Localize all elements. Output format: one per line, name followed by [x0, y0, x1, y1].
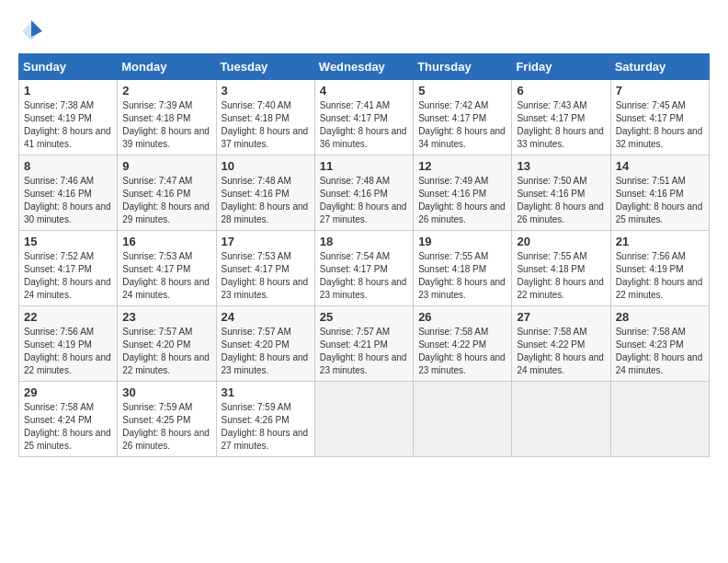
day-number: 27: [517, 310, 605, 324]
day-number: 18: [320, 235, 408, 248]
cell-info: Sunrise: 7:42 AMSunset: 4:17 PMDaylight:…: [418, 100, 506, 149]
cell-info: Sunrise: 7:48 AMSunset: 4:16 PMDaylight:…: [222, 176, 309, 224]
calendar-cell: 7Sunrise: 7:45 AMSunset: 4:17 PMDaylight…: [610, 80, 709, 155]
day-number: 8: [24, 159, 112, 173]
cell-info: Sunrise: 7:46 AMSunset: 4:16 PMDaylight:…: [24, 176, 111, 224]
day-number: 26: [418, 310, 506, 324]
day-number: 20: [517, 235, 605, 248]
calendar-cell: [512, 382, 610, 457]
calendar-cell: 8Sunrise: 7:46 AMSunset: 4:16 PMDaylight…: [19, 155, 118, 231]
calendar-cell: 13Sunrise: 7:50 AMSunset: 4:16 PMDayligh…: [512, 155, 610, 231]
calendar-cell: 2Sunrise: 7:39 AMSunset: 4:18 PMDaylight…: [118, 80, 216, 155]
header-thursday: Thursday: [414, 54, 512, 80]
day-number: 7: [616, 84, 704, 98]
day-number: 23: [122, 310, 210, 324]
cell-info: Sunrise: 7:58 AMSunset: 4:22 PMDaylight:…: [418, 327, 506, 375]
calendar-cell: 20Sunrise: 7:55 AMSunset: 4:18 PMDayligh…: [512, 231, 610, 306]
cell-info: Sunrise: 7:56 AMSunset: 4:19 PMDaylight:…: [616, 251, 703, 300]
cell-info: Sunrise: 7:55 AMSunset: 4:18 PMDaylight:…: [418, 251, 506, 300]
header-friday: Friday: [512, 54, 610, 80]
day-number: 30: [122, 385, 210, 399]
cell-info: Sunrise: 7:58 AMSunset: 4:22 PMDaylight:…: [517, 327, 604, 375]
day-number: 29: [24, 385, 112, 399]
cell-info: Sunrise: 7:38 AMSunset: 4:19 PMDaylight:…: [24, 100, 111, 149]
calendar-table: SundayMondayTuesdayWednesdayThursdayFrid…: [18, 53, 710, 457]
calendar-cell: 12Sunrise: 7:49 AMSunset: 4:16 PMDayligh…: [414, 155, 512, 231]
cell-info: Sunrise: 7:53 AMSunset: 4:17 PMDaylight:…: [222, 251, 309, 300]
calendar-week-row: 22Sunrise: 7:56 AMSunset: 4:19 PMDayligh…: [19, 306, 710, 382]
calendar-cell: 18Sunrise: 7:54 AMSunset: 4:17 PMDayligh…: [314, 231, 413, 306]
calendar-week-row: 15Sunrise: 7:52 AMSunset: 4:17 PMDayligh…: [19, 231, 710, 306]
day-number: 12: [418, 159, 506, 173]
day-number: 11: [320, 159, 408, 173]
header-saturday: Saturday: [610, 54, 709, 80]
cell-info: Sunrise: 7:57 AMSunset: 4:20 PMDaylight:…: [222, 327, 309, 375]
day-number: 25: [320, 310, 408, 324]
calendar-cell: [414, 382, 512, 457]
calendar-cell: 11Sunrise: 7:48 AMSunset: 4:16 PMDayligh…: [314, 155, 413, 231]
day-number: 3: [222, 84, 310, 98]
header-sunday: Sunday: [19, 54, 118, 80]
header-tuesday: Tuesday: [216, 54, 314, 80]
day-number: 28: [616, 310, 704, 324]
day-number: 17: [222, 235, 310, 248]
cell-info: Sunrise: 7:59 AMSunset: 4:26 PMDaylight:…: [222, 402, 309, 451]
day-number: 14: [616, 159, 704, 173]
cell-info: Sunrise: 7:55 AMSunset: 4:18 PMDaylight:…: [517, 251, 604, 300]
day-number: 16: [122, 235, 210, 248]
calendar-cell: 10Sunrise: 7:48 AMSunset: 4:16 PMDayligh…: [216, 155, 314, 231]
calendar-cell: 25Sunrise: 7:57 AMSunset: 4:21 PMDayligh…: [314, 306, 413, 382]
page-header: [18, 18, 710, 44]
calendar-cell: 30Sunrise: 7:59 AMSunset: 4:25 PMDayligh…: [118, 382, 216, 457]
day-number: 22: [24, 310, 112, 324]
day-number: 10: [222, 159, 310, 173]
calendar-cell: 27Sunrise: 7:58 AMSunset: 4:22 PMDayligh…: [512, 306, 610, 382]
day-number: 13: [517, 159, 605, 173]
calendar-cell: 21Sunrise: 7:56 AMSunset: 4:19 PMDayligh…: [610, 231, 709, 306]
calendar-week-row: 8Sunrise: 7:46 AMSunset: 4:16 PMDaylight…: [19, 155, 710, 231]
day-number: 24: [222, 310, 310, 324]
calendar-cell: 23Sunrise: 7:57 AMSunset: 4:20 PMDayligh…: [118, 306, 216, 382]
header-wednesday: Wednesday: [314, 54, 413, 80]
calendar-week-row: 29Sunrise: 7:58 AMSunset: 4:24 PMDayligh…: [19, 382, 710, 457]
day-number: 21: [616, 235, 704, 248]
calendar-cell: 28Sunrise: 7:58 AMSunset: 4:23 PMDayligh…: [610, 306, 709, 382]
calendar-cell: 26Sunrise: 7:58 AMSunset: 4:22 PMDayligh…: [414, 306, 512, 382]
cell-info: Sunrise: 7:40 AMSunset: 4:18 PMDaylight:…: [222, 100, 309, 149]
day-number: 19: [418, 235, 506, 248]
day-number: 9: [122, 159, 210, 173]
cell-info: Sunrise: 7:48 AMSunset: 4:16 PMDaylight:…: [320, 176, 407, 224]
calendar-cell: 24Sunrise: 7:57 AMSunset: 4:20 PMDayligh…: [216, 306, 314, 382]
cell-info: Sunrise: 7:53 AMSunset: 4:17 PMDaylight:…: [122, 251, 210, 300]
calendar-cell: 15Sunrise: 7:52 AMSunset: 4:17 PMDayligh…: [19, 231, 118, 306]
day-number: 4: [320, 84, 408, 98]
cell-info: Sunrise: 7:58 AMSunset: 4:24 PMDaylight:…: [24, 402, 111, 451]
cell-info: Sunrise: 7:43 AMSunset: 4:17 PMDaylight:…: [517, 100, 604, 149]
calendar-cell: 6Sunrise: 7:43 AMSunset: 4:17 PMDaylight…: [512, 80, 610, 155]
cell-info: Sunrise: 7:56 AMSunset: 4:19 PMDaylight:…: [24, 327, 111, 375]
cell-info: Sunrise: 7:58 AMSunset: 4:23 PMDaylight:…: [616, 327, 703, 375]
cell-info: Sunrise: 7:51 AMSunset: 4:16 PMDaylight:…: [616, 176, 703, 224]
day-number: 15: [24, 235, 112, 248]
calendar-cell: [610, 382, 709, 457]
calendar-body: 1Sunrise: 7:38 AMSunset: 4:19 PMDaylight…: [19, 80, 710, 457]
calendar-cell: 16Sunrise: 7:53 AMSunset: 4:17 PMDayligh…: [118, 231, 216, 306]
calendar-cell: 9Sunrise: 7:47 AMSunset: 4:16 PMDaylight…: [118, 155, 216, 231]
header-monday: Monday: [118, 54, 216, 80]
logo: [18, 18, 48, 44]
cell-info: Sunrise: 7:59 AMSunset: 4:25 PMDaylight:…: [122, 402, 210, 451]
cell-info: Sunrise: 7:47 AMSunset: 4:16 PMDaylight:…: [122, 176, 210, 224]
calendar-cell: 22Sunrise: 7:56 AMSunset: 4:19 PMDayligh…: [19, 306, 118, 382]
cell-info: Sunrise: 7:52 AMSunset: 4:17 PMDaylight:…: [24, 251, 111, 300]
cell-info: Sunrise: 7:50 AMSunset: 4:16 PMDaylight:…: [517, 176, 604, 224]
day-number: 2: [122, 84, 210, 98]
day-number: 5: [418, 84, 506, 98]
calendar-cell: 4Sunrise: 7:41 AMSunset: 4:17 PMDaylight…: [314, 80, 413, 155]
calendar-cell: 29Sunrise: 7:58 AMSunset: 4:24 PMDayligh…: [19, 382, 118, 457]
cell-info: Sunrise: 7:39 AMSunset: 4:18 PMDaylight:…: [122, 100, 210, 149]
day-number: 31: [222, 385, 310, 399]
calendar-cell: 1Sunrise: 7:38 AMSunset: 4:19 PMDaylight…: [19, 80, 118, 155]
cell-info: Sunrise: 7:41 AMSunset: 4:17 PMDaylight:…: [320, 100, 407, 149]
cell-info: Sunrise: 7:57 AMSunset: 4:21 PMDaylight:…: [320, 327, 407, 375]
day-number: 6: [517, 84, 605, 98]
